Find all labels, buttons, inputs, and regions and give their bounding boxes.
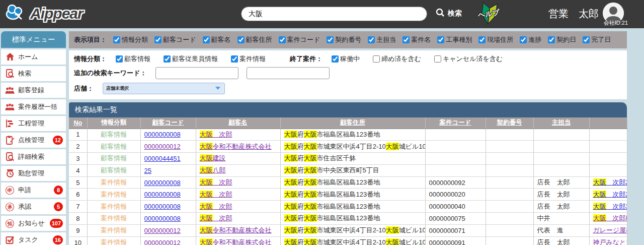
display-item-checkbox[interactable]: [113, 36, 120, 43]
cell-link[interactable]: 大阪八郎: [200, 166, 226, 174]
info-class-checkbox[interactable]: [164, 55, 171, 63]
display-item-option-3[interactable]: 顧客名: [203, 35, 231, 44]
sidebar-item-2[interactable]: 検索: [1, 66, 66, 81]
help-button[interactable]: ヘルプ: [477, 2, 507, 26]
cell-link[interactable]: 大阪令和不動産株式会社: [200, 238, 272, 245]
customer-code-link[interactable]: 0000000008: [144, 131, 181, 138]
customer-code-link[interactable]: 0000000012: [144, 143, 181, 150]
cell-link[interactable]: 大阪 次郎2様: [593, 191, 627, 198]
sidebar-item-1[interactable]: ホーム: [1, 49, 66, 65]
column-header-label[interactable]: No: [73, 119, 82, 127]
sidebar-item-3[interactable]: 顧客登録: [1, 83, 66, 98]
customer-code-link[interactable]: 25: [144, 167, 151, 174]
display-item-checkbox[interactable]: [368, 36, 375, 43]
customer-code-link[interactable]: 0000044451: [144, 155, 181, 162]
cell-link[interactable]: 大阪 次郎2様: [593, 178, 627, 186]
column-header-label[interactable]: 契約番号: [497, 119, 522, 126]
cell-link[interactable]: 大阪令和不動産株式会社: [200, 226, 272, 234]
info-class-option-1[interactable]: 顧客情報: [116, 54, 150, 64]
sidebar-item-7[interactable]: 詳細検索: [1, 149, 66, 164]
customer-code-link[interactable]: 0000000012: [144, 227, 181, 234]
display-item-checkbox[interactable]: [279, 36, 286, 43]
customer-code-link[interactable]: 0000000008: [144, 191, 181, 198]
display-item-checkbox[interactable]: [327, 36, 334, 43]
cell-link[interactable]: 大阪令和不動産株式会社: [200, 143, 272, 150]
store-select[interactable]: 店舗未選択: [103, 83, 225, 94]
display-item-option-4[interactable]: 顧客住所: [237, 35, 272, 44]
display-item-checkbox[interactable]: [203, 36, 210, 43]
customer-code-link[interactable]: 0000000008: [144, 203, 181, 210]
display-item-option-7[interactable]: 主担当: [368, 35, 396, 44]
cell-link[interactable]: 大阪 次郎: [200, 178, 232, 186]
display-item-checkbox[interactable]: [154, 36, 162, 43]
cell-info-class: 案件情報: [87, 213, 140, 225]
table-row: 8案件情報0000000008大阪 次郎大阪府大阪市福島区福島123番地0000…: [69, 213, 627, 225]
display-item-option-2[interactable]: 顧客コード: [154, 35, 196, 44]
column-header-7[interactable]: 契約番号: [486, 117, 533, 129]
sidebar-item-9[interactable]: 申申請8: [1, 182, 66, 198]
display-item-option-13[interactable]: 完了日: [583, 35, 611, 44]
cell-link[interactable]: 大阪 次郎: [200, 131, 232, 138]
column-header-label[interactable]: 顧客コード: [152, 119, 184, 126]
column-header-label[interactable]: 案件コード: [439, 119, 471, 126]
info-class-checkbox[interactable]: [116, 55, 123, 63]
sidebar-item-11[interactable]: 知お知らせ107: [1, 216, 66, 231]
display-item-checkbox[interactable]: [403, 36, 410, 43]
sidebar-item-4[interactable]: 案件履歴一括: [1, 99, 66, 114]
column-header-label[interactable]: 顧客住所: [340, 119, 365, 126]
sidebar-item-10[interactable]: 承承認5: [1, 199, 66, 214]
search-button[interactable]: 検索: [436, 8, 462, 19]
display-item-checkbox[interactable]: [520, 36, 527, 43]
app-logo[interactable]: Aippear: [5, 3, 83, 24]
column-header-label[interactable]: 主担当: [552, 119, 571, 126]
cell-link[interactable]: 大阪建設: [200, 154, 226, 162]
display-item-option-10[interactable]: 現場住所: [478, 35, 513, 44]
end-case-option-1[interactable]: 稼働中: [332, 54, 360, 64]
customer-code-link[interactable]: 0000000008: [144, 215, 181, 222]
column-header-4[interactable]: 顧客名: [196, 117, 280, 129]
display-item-option-5[interactable]: 案件コード: [279, 35, 320, 44]
sidebar-item-12[interactable]: タスク16: [1, 232, 66, 245]
display-item-option-6[interactable]: 契約番号: [327, 35, 361, 44]
end-case-checkbox[interactable]: [332, 55, 339, 63]
end-case-checkbox[interactable]: [434, 55, 441, 63]
display-item-option-8[interactable]: 案件名: [403, 35, 431, 44]
column-header-8[interactable]: 主担当: [533, 117, 589, 129]
customer-code-link[interactable]: 0000000012: [144, 239, 181, 245]
display-item-option-9[interactable]: 工事種別: [437, 35, 472, 44]
cell-link[interactable]: 大阪 次郎: [200, 203, 232, 210]
cell-link[interactable]: 大阪 次郎3様: [593, 203, 627, 210]
info-class-option-2[interactable]: 顧客従業員情報: [164, 54, 218, 64]
end-case-checkbox[interactable]: [373, 55, 380, 63]
display-item-checkbox[interactable]: [583, 36, 590, 43]
sidebar-item-6[interactable]: 点検管理12: [1, 133, 66, 148]
column-header-6[interactable]: 案件コード: [425, 117, 486, 129]
display-item-option-11[interactable]: 進捗: [520, 35, 541, 44]
sidebar-item-5[interactable]: 工程管理: [1, 116, 66, 131]
keyword-input-1[interactable]: [155, 67, 238, 79]
user-name[interactable]: 営業 太郎: [543, 7, 599, 21]
display-item-checkbox[interactable]: [478, 36, 486, 43]
cell-link[interactable]: 大阪 次郎: [200, 214, 232, 222]
cell-link[interactable]: 神戸みなとマンション: [593, 238, 627, 245]
column-header-5[interactable]: 顧客住所: [280, 117, 425, 129]
sidebar-item-8[interactable]: 勤怠管理: [1, 166, 66, 181]
column-header-1[interactable]: No: [69, 117, 87, 129]
display-item-checkbox[interactable]: [237, 36, 245, 43]
keyword-input-2[interactable]: [247, 67, 330, 79]
display-item-checkbox[interactable]: [437, 36, 444, 43]
global-search-input[interactable]: [241, 7, 427, 21]
end-case-option-2[interactable]: 締め済を含む: [373, 54, 421, 64]
info-class-checkbox[interactable]: [231, 55, 238, 63]
display-item-option-12[interactable]: 契約日: [548, 35, 576, 44]
display-item-option-1[interactable]: 情報分類: [113, 35, 148, 44]
column-header-3[interactable]: 顧客コード: [140, 117, 196, 129]
end-case-option-3[interactable]: キャンセル済を含む: [434, 54, 503, 64]
info-class-option-3[interactable]: 案件情報: [231, 54, 266, 64]
cell-link[interactable]: 大阪 次郎様: [593, 214, 627, 222]
display-item-checkbox[interactable]: [548, 36, 555, 43]
customer-code-link[interactable]: 0000000008: [144, 179, 181, 187]
cell-link[interactable]: ガレージ屋根修理: [593, 226, 627, 234]
column-header-label[interactable]: 顧客名: [228, 119, 248, 126]
cell-link[interactable]: 大阪 次郎: [200, 191, 232, 198]
